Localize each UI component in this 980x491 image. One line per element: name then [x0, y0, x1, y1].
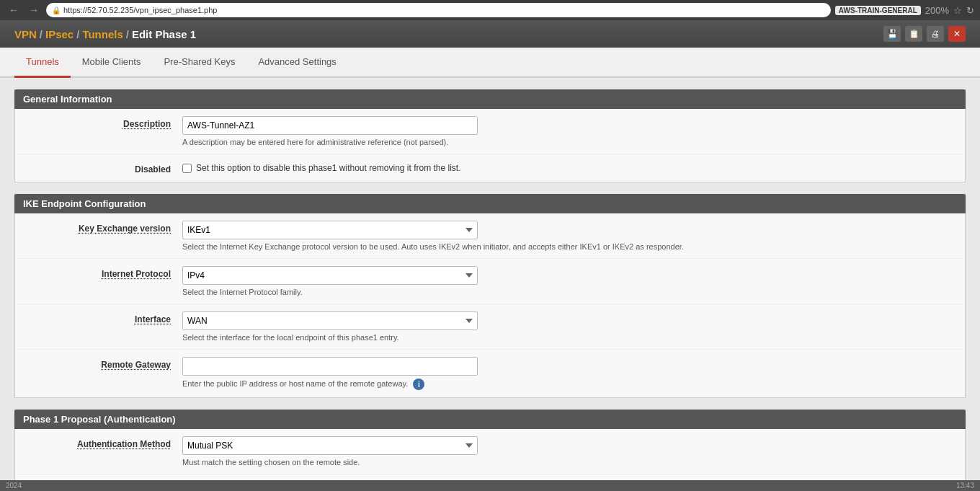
sep-1: /	[40, 28, 43, 40]
description-input[interactable]	[182, 116, 478, 135]
lock-icon: 🔒	[52, 6, 61, 14]
auth-method-select[interactable]: Mutual PSK Mutual RSA EAP-TLS	[182, 436, 478, 455]
tab-tunnels[interactable]: Tunnels	[14, 48, 71, 78]
tabs-bar: Tunnels Mobile Clients Pre-Shared Keys A…	[0, 48, 980, 78]
interface-select[interactable]: WAN LAN	[182, 311, 478, 330]
general-information-section: Description A description may be entered…	[14, 109, 966, 182]
save-button[interactable]: 💾	[883, 26, 901, 42]
zoom-level: 200%	[925, 5, 949, 16]
key-exchange-label: Key Exchange version	[24, 221, 182, 234]
description-row: Description A description may be entered…	[15, 109, 965, 154]
forward-button[interactable]: →	[26, 3, 42, 17]
description-field-group: A description may be entered here for ad…	[182, 116, 956, 146]
auth-method-field-group: Mutual PSK Mutual RSA EAP-TLS Must match…	[182, 436, 956, 466]
tab-mobile-clients[interactable]: Mobile Clients	[71, 48, 153, 78]
disabled-row: Disabled Set this option to disable this…	[15, 154, 965, 182]
print-button[interactable]: 🖨	[927, 26, 944, 42]
sep-2: /	[76, 28, 79, 40]
internet-protocol-hint: Select the Internet Protocol family.	[182, 288, 759, 296]
browser-right-controls: AWS-TRAIN-GENERAL 200% ☆ ↻	[835, 5, 974, 16]
internet-protocol-select[interactable]: IPv4 IPv6	[182, 266, 478, 285]
auth-method-label: Authentication Method	[24, 436, 182, 449]
description-hint: A description may be entered here for ad…	[182, 138, 759, 146]
auth-method-row: Authentication Method Mutual PSK Mutual …	[15, 429, 965, 474]
disabled-checkbox-row: Set this option to disable this phase1 w…	[182, 162, 956, 173]
status-bar: 2024 13:43	[0, 480, 980, 491]
header-icons: 💾 📋 🖨 ✕	[883, 26, 966, 42]
disabled-label: Disabled	[24, 162, 182, 174]
disabled-field-group: Set this option to disable this phase1 w…	[182, 162, 956, 173]
description-label: Description	[24, 116, 182, 129]
back-button[interactable]: ←	[6, 3, 22, 17]
remote-gateway-field-group: Enter the public IP address or host name…	[182, 357, 956, 390]
tab-advanced-settings[interactable]: Advanced Settings	[246, 48, 347, 78]
internet-protocol-row: Internet Protocol IPv4 IPv6 Select the I…	[15, 259, 965, 304]
key-exchange-field-group: IKEv1 IKEv2 Auto Select the Internet Key…	[182, 221, 956, 251]
delete-button[interactable]: ✕	[948, 26, 966, 42]
status-right: 13:43	[956, 482, 974, 490]
interface-label: Interface	[24, 311, 182, 324]
general-information-header: General Information	[14, 89, 966, 109]
disabled-checkbox-label: Set this option to disable this phase1 w…	[196, 163, 461, 173]
breadcrumb: VPN / IPsec / Tunnels / Edit Phase 1	[14, 28, 196, 40]
breadcrumb-current: Edit Phase 1	[132, 28, 196, 40]
auth-method-hint: Must match the setting chosen on the rem…	[182, 458, 759, 466]
remote-gateway-label: Remote Gateway	[24, 357, 182, 370]
top-header: VPN / IPsec / Tunnels / Edit Phase 1 💾 📋…	[0, 20, 980, 48]
key-exchange-select[interactable]: IKEv1 IKEv2 Auto	[182, 221, 478, 239]
internet-protocol-label: Internet Protocol	[24, 266, 182, 279]
reload-icon[interactable]: ↻	[966, 5, 974, 16]
page-container: VPN / IPsec / Tunnels / Edit Phase 1 💾 📋…	[0, 20, 980, 491]
browser-chrome: ← → 🔒 https://52.70.52.235/vpn_ipsec_pha…	[0, 0, 980, 20]
breadcrumb-vpn[interactable]: VPN	[14, 28, 37, 40]
key-exchange-hint: Select the Internet Key Exchange protoco…	[182, 242, 759, 251]
sep-3: /	[126, 28, 129, 40]
internet-protocol-field-group: IPv4 IPv6 Select the Internet Protocol f…	[182, 266, 956, 296]
breadcrumb-ipsec[interactable]: IPsec	[45, 28, 74, 40]
breadcrumb-tunnels[interactable]: Tunnels	[82, 28, 122, 40]
aws-badge: AWS-TRAIN-GENERAL	[835, 6, 921, 15]
remote-gateway-input[interactable]	[182, 357, 478, 376]
disabled-checkbox[interactable]	[182, 164, 192, 173]
url-text: https://52.70.52.235/vpn_ipsec_phase1.ph…	[63, 6, 217, 14]
phase1-proposal-header: Phase 1 Proposal (Authentication)	[14, 410, 966, 429]
remote-gateway-info-icon[interactable]: i	[413, 379, 424, 390]
ike-config-section: Key Exchange version IKEv1 IKEv2 Auto Se…	[14, 213, 966, 398]
status-left: 2024	[6, 482, 22, 490]
interface-hint: Select the interface for the local endpo…	[182, 333, 759, 342]
remote-gateway-row: Remote Gateway Enter the public IP addre…	[15, 350, 965, 397]
ike-config-header: IKE Endpoint Configuration	[14, 194, 966, 213]
bookmark-icon: ☆	[953, 5, 962, 16]
interface-row: Interface WAN LAN Select the interface f…	[15, 304, 965, 350]
url-bar[interactable]: 🔒 https://52.70.52.235/vpn_ipsec_phase1.…	[46, 3, 831, 17]
tab-pre-shared-keys[interactable]: Pre-Shared Keys	[152, 48, 246, 78]
copy-button[interactable]: 📋	[905, 26, 922, 42]
key-exchange-row: Key Exchange version IKEv1 IKEv2 Auto Se…	[15, 213, 965, 259]
main-content: General Information Description A descri…	[0, 78, 980, 491]
remote-gateway-hint: Enter the public IP address or host name…	[182, 379, 759, 390]
interface-field-group: WAN LAN Select the interface for the loc…	[182, 311, 956, 342]
